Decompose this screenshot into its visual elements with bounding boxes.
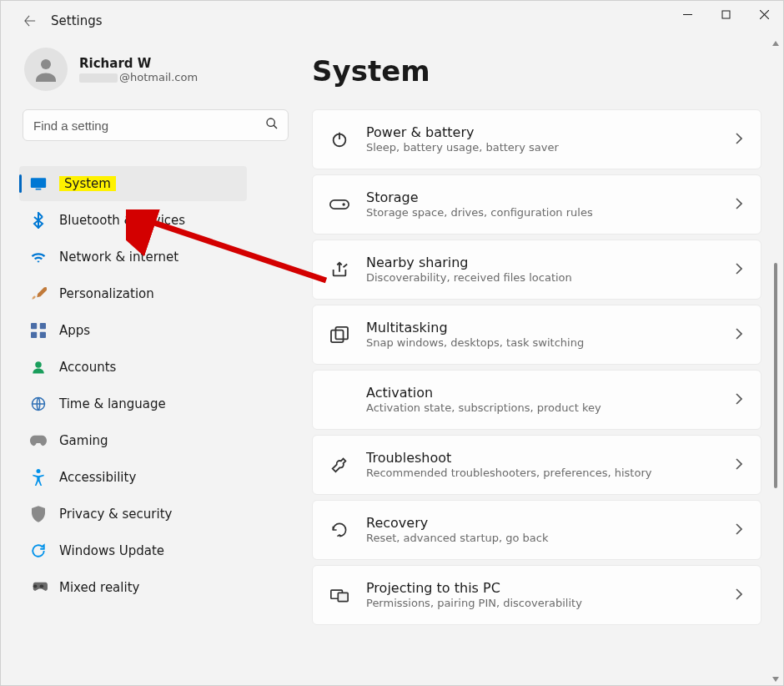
share-icon — [328, 260, 351, 279]
settings-card-recovery[interactable]: RecoveryReset, advanced startup, go back — [312, 500, 761, 560]
svg-rect-8 — [36, 189, 42, 190]
chevron-right-icon — [736, 262, 742, 278]
sidebar-item-time[interactable]: Time & language — [19, 386, 247, 421]
card-title: Troubleshoot — [366, 450, 736, 467]
sidebar-item-label: Mixed reality — [59, 580, 139, 595]
svg-rect-23 — [335, 327, 348, 340]
search-icon — [265, 117, 279, 134]
accessibility-icon — [29, 468, 48, 487]
svg-point-4 — [41, 59, 51, 69]
chevron-right-icon — [736, 457, 742, 473]
settings-card-storage[interactable]: StorageStorage space, drives, configurat… — [312, 174, 761, 235]
card-subtitle: Sleep, battery usage, battery saver — [366, 141, 736, 154]
sidebar-item-accessibility[interactable]: Accessibility — [19, 460, 247, 495]
scroll-thumb[interactable] — [774, 263, 777, 488]
card-subtitle: Permissions, pairing PIN, discoverabilit… — [366, 597, 736, 610]
chevron-right-icon — [736, 392, 742, 408]
minimize-button[interactable] — [668, 1, 706, 28]
settings-card-troubleshoot[interactable]: TroubleshootRecommended troubleshooters,… — [312, 435, 761, 495]
card-subtitle: Reset, advanced startup, go back — [366, 532, 736, 545]
profile-email: @hotmail.com — [79, 71, 198, 83]
shield-icon — [29, 505, 48, 523]
settings-card-activation[interactable]: ActivationActivation state, subscription… — [312, 370, 761, 430]
globe-icon — [29, 395, 48, 413]
close-button[interactable] — [745, 1, 783, 28]
settings-card-projecting[interactable]: Projecting to this PCPermissions, pairin… — [312, 565, 761, 625]
chevron-right-icon — [736, 132, 742, 148]
svg-rect-25 — [338, 593, 348, 601]
sidebar-item-label: Accessibility — [59, 470, 136, 485]
svg-rect-1 — [722, 11, 730, 18]
window-title: Settings — [51, 13, 103, 28]
card-list: Power & batterySleep, battery usage, bat… — [312, 109, 766, 625]
sidebar-item-gaming[interactable]: Gaming — [19, 423, 247, 458]
sidebar-item-update[interactable]: Windows Update — [19, 533, 247, 568]
sidebar-item-label: Accounts — [59, 360, 116, 375]
project-icon — [328, 587, 351, 603]
avatar-icon — [24, 48, 68, 91]
page-heading: System — [312, 54, 766, 88]
back-button[interactable] — [21, 12, 39, 30]
svg-rect-20 — [330, 200, 349, 209]
settings-card-power[interactable]: Power & batterySleep, battery usage, bat… — [312, 109, 761, 169]
settings-card-multitask[interactable]: MultitaskingSnap windows, desktops, task… — [312, 305, 761, 365]
card-title: Recovery — [366, 515, 736, 532]
sidebar-item-label: Gaming — [59, 433, 108, 448]
multitask-icon — [328, 326, 351, 343]
headset-icon — [29, 578, 48, 597]
chevron-right-icon — [736, 327, 742, 343]
sidebar-item-system[interactable]: System — [19, 166, 247, 201]
svg-rect-9 — [31, 323, 37, 329]
recovery-icon — [328, 522, 351, 538]
person-icon — [29, 358, 48, 376]
scrollbar[interactable] — [771, 41, 780, 682]
sidebar-item-bluetooth[interactable]: Bluetooth & devices — [19, 203, 247, 238]
sidebar-item-privacy[interactable]: Privacy & security — [19, 497, 247, 532]
card-subtitle: Storage space, drives, configuration rul… — [366, 206, 736, 219]
scroll-down-arrow[interactable] — [772, 677, 779, 682]
chevron-right-icon — [736, 522, 742, 538]
card-subtitle: Activation state, subscriptions, product… — [366, 401, 736, 415]
sidebar-item-mixed[interactable]: Mixed reality — [19, 570, 247, 605]
profile-block[interactable]: Richard W @hotmail.com — [19, 48, 292, 91]
svg-point-5 — [267, 119, 274, 126]
wifi-icon — [29, 248, 48, 266]
card-title: Power & battery — [366, 124, 736, 141]
search-box[interactable] — [23, 109, 289, 141]
storage-icon — [328, 199, 351, 210]
sidebar-item-label: System — [59, 176, 116, 191]
sidebar-item-label: Apps — [59, 323, 90, 338]
sidebar-item-accounts[interactable]: Accounts — [19, 350, 247, 385]
svg-point-13 — [35, 361, 42, 368]
profile-name: Richard W — [79, 56, 198, 71]
svg-rect-10 — [40, 323, 46, 329]
svg-point-21 — [342, 203, 344, 205]
display-icon — [29, 174, 48, 193]
settings-card-nearby[interactable]: Nearby sharingDiscoverability, received … — [312, 240, 761, 300]
svg-point-16 — [33, 584, 38, 588]
sidebar-item-label: Personalization — [59, 286, 154, 301]
svg-rect-7 — [31, 178, 46, 188]
scroll-up-arrow[interactable] — [772, 41, 779, 46]
svg-point-15 — [37, 469, 41, 473]
update-icon — [29, 542, 48, 560]
sidebar-item-label: Network & internet — [59, 250, 178, 265]
card-title: Activation — [366, 385, 736, 401]
svg-point-17 — [40, 584, 44, 588]
sidebar-item-label: Windows Update — [59, 543, 164, 558]
search-input[interactable] — [23, 109, 289, 141]
brush-icon — [29, 285, 48, 303]
maximize-button[interactable] — [706, 1, 745, 28]
sidebar-item-network[interactable]: Network & internet — [19, 240, 247, 275]
gamepad-icon — [29, 431, 48, 450]
card-title: Nearby sharing — [366, 255, 736, 271]
chevron-right-icon — [736, 197, 742, 213]
card-subtitle: Discoverability, received files location — [366, 271, 736, 285]
card-subtitle: Snap windows, desktops, task switching — [366, 336, 736, 350]
svg-line-6 — [274, 125, 277, 129]
chevron-right-icon — [736, 588, 742, 603]
bluetooth-icon — [29, 211, 48, 230]
sidebar-item-personalization[interactable]: Personalization — [19, 276, 247, 311]
sidebar-item-apps[interactable]: Apps — [19, 313, 247, 348]
svg-rect-12 — [40, 332, 46, 338]
